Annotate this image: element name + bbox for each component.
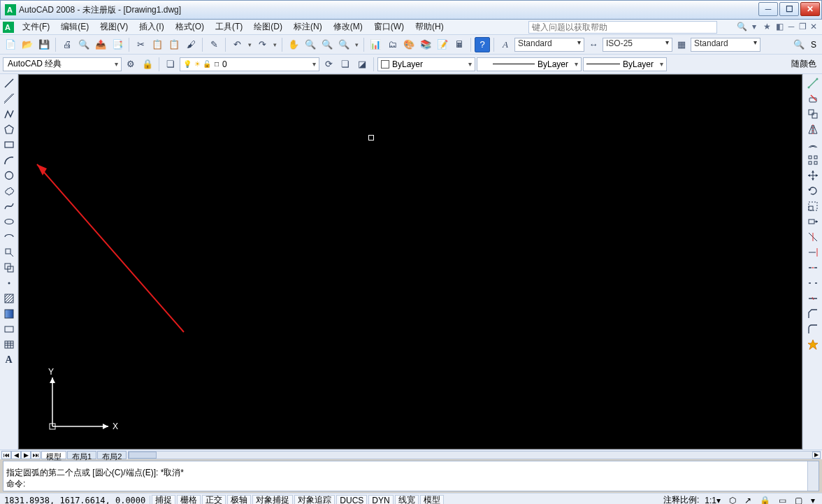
- ellipse-arc-icon[interactable]: [1, 229, 17, 245]
- fillet-icon[interactable]: [805, 322, 821, 337]
- menu-help[interactable]: 帮助(H): [410, 20, 449, 34]
- scroll-thumb[interactable]: [129, 452, 157, 459]
- tab-prev-icon[interactable]: ◀: [11, 451, 21, 459]
- redo-dropdown[interactable]: ▾: [271, 41, 278, 48]
- command-window[interactable]: 指定圆弧的第二个点或 [圆心(C)/端点(E)]: *取消* 命令:: [3, 461, 819, 491]
- anno-autoscale-icon[interactable]: ↗: [742, 495, 754, 505]
- sheet-manager-icon[interactable]: 📚: [418, 37, 433, 52]
- tab-model[interactable]: 模型: [41, 451, 66, 459]
- menu-draw[interactable]: 绘图(D): [248, 20, 288, 34]
- quickcalc-icon[interactable]: 🖩: [452, 37, 467, 52]
- pan-icon[interactable]: ✋: [286, 37, 301, 52]
- menu-window[interactable]: 窗口(W): [368, 20, 410, 34]
- search-icon[interactable]: 🔍: [735, 20, 748, 33]
- polyline-icon[interactable]: [1, 106, 17, 122]
- dyn-toggle[interactable]: DYN: [368, 495, 393, 505]
- plot-preview-icon[interactable]: 🔍: [76, 37, 92, 52]
- status-tray-lock-icon[interactable]: 🔒: [757, 495, 773, 505]
- workspace-settings-icon[interactable]: ⚙: [123, 57, 138, 72]
- osnap-toggle[interactable]: 对象捕捉: [252, 495, 293, 505]
- new-icon[interactable]: 📄: [3, 37, 18, 52]
- redo-icon[interactable]: ↷: [254, 37, 270, 52]
- break-icon[interactable]: [805, 275, 821, 291]
- copy-icon[interactable]: 📋: [150, 37, 165, 52]
- menu-format[interactable]: 格式(O): [170, 20, 210, 34]
- erase-icon[interactable]: [805, 91, 821, 106]
- dimstyle-select[interactable]: ISO-25▾: [603, 38, 672, 52]
- favorite-icon[interactable]: ★: [760, 20, 773, 33]
- linetype-select[interactable]: ByLayer: [477, 57, 582, 71]
- menu-file[interactable]: 文件(F): [17, 20, 55, 34]
- layer-iso-icon[interactable]: ◪: [354, 57, 370, 72]
- status-tray-menu-icon[interactable]: ▾: [808, 495, 818, 505]
- bycolor-label[interactable]: 随颜色: [788, 58, 819, 70]
- offset-icon[interactable]: [805, 137, 821, 152]
- menu-edit[interactable]: 编辑(E): [55, 20, 94, 34]
- arc-icon[interactable]: [1, 152, 17, 168]
- zoom-window-icon[interactable]: 🔍: [319, 37, 335, 52]
- tab-layout2[interactable]: 布局2: [97, 451, 127, 459]
- line-icon[interactable]: [1, 75, 17, 91]
- anno-scale-value[interactable]: 1:1 ▾: [702, 495, 723, 505]
- chamfer-icon[interactable]: [805, 306, 821, 322]
- lwt-toggle[interactable]: 线宽: [395, 495, 419, 505]
- menu-dimension[interactable]: 标注(N): [288, 20, 328, 34]
- tab-layout1[interactable]: 布局1: [67, 451, 96, 459]
- circle-icon[interactable]: [1, 168, 17, 183]
- mirror-icon[interactable]: [805, 122, 821, 137]
- copy-icon[interactable]: [805, 106, 821, 122]
- dropdown-icon[interactable]: ▾: [748, 20, 760, 33]
- menu-app-icon[interactable]: [3, 22, 14, 33]
- grid-toggle[interactable]: 栅格: [177, 495, 201, 505]
- dimstyle-icon[interactable]: ↔: [586, 37, 601, 52]
- polar-toggle[interactable]: 极轴: [227, 495, 251, 505]
- layer-manager-icon[interactable]: ❏: [163, 57, 178, 72]
- scroll-right-icon[interactable]: ▶: [812, 452, 821, 459]
- point-icon[interactable]: [1, 275, 17, 291]
- zoom-dropdown[interactable]: ▾: [353, 41, 360, 48]
- search-icon[interactable]: 🔍: [791, 37, 807, 52]
- anno-visibility-icon[interactable]: ⬡: [726, 495, 739, 505]
- mtext-icon[interactable]: A: [1, 352, 17, 368]
- menu-modify[interactable]: 修改(M): [328, 20, 368, 34]
- spline-icon[interactable]: [1, 199, 17, 214]
- tab-first-icon[interactable]: ⏮: [1, 451, 11, 459]
- horizontal-scrollbar[interactable]: ◀ ▶: [128, 451, 821, 459]
- tablestyle-icon[interactable]: ▦: [674, 37, 689, 52]
- textstyle-select[interactable]: Standard▾: [514, 38, 584, 52]
- sheet-set-icon[interactable]: 📑: [110, 37, 125, 52]
- snap-toggle[interactable]: 捕捉: [152, 495, 175, 505]
- mdi-close-icon[interactable]: ✕: [808, 20, 819, 33]
- tab-last-icon[interactable]: ⏭: [31, 451, 41, 459]
- menu-view[interactable]: 视图(V): [94, 20, 134, 34]
- table-icon[interactable]: [1, 337, 17, 352]
- match-prop-icon[interactable]: 🖌: [183, 37, 199, 52]
- menu-tools[interactable]: 工具(T): [210, 20, 248, 34]
- otrack-toggle[interactable]: 对象追踪: [294, 495, 335, 505]
- undo-icon[interactable]: ↶: [229, 37, 245, 52]
- tab-next-icon[interactable]: ▶: [21, 451, 31, 459]
- trim-icon[interactable]: [805, 229, 821, 245]
- revision-cloud-icon[interactable]: [1, 183, 17, 199]
- cut-icon[interactable]: ✂: [133, 37, 148, 52]
- textstyle-icon[interactable]: A: [498, 37, 513, 52]
- mdi-minimize-icon[interactable]: ─: [786, 20, 797, 33]
- model-toggle[interactable]: 模型: [420, 495, 444, 505]
- join-icon[interactable]: [805, 291, 821, 306]
- status-tray-max-icon[interactable]: ▭: [776, 495, 789, 505]
- close-button[interactable]: ✕: [800, 2, 820, 16]
- extend-icon[interactable]: [805, 245, 821, 260]
- save-icon[interactable]: 💾: [36, 37, 52, 52]
- maximize-button[interactable]: ☐: [779, 2, 799, 16]
- color-select[interactable]: ByLayer: [377, 57, 475, 71]
- status-tray-cleanscreen-icon[interactable]: ▢: [792, 495, 805, 505]
- drawing-canvas[interactable]: X Y: [18, 74, 802, 449]
- menu-insert[interactable]: 插入(I): [134, 20, 169, 34]
- tablestyle-select[interactable]: Standard▾: [691, 38, 760, 52]
- commcenter-icon[interactable]: ◧: [773, 20, 786, 33]
- help-search-input[interactable]: [528, 21, 717, 34]
- minimize-button[interactable]: ─: [758, 2, 778, 16]
- construction-line-icon[interactable]: [1, 91, 17, 106]
- rectangle-icon[interactable]: [1, 137, 17, 152]
- zoom-previous-icon[interactable]: 🔍: [336, 37, 352, 52]
